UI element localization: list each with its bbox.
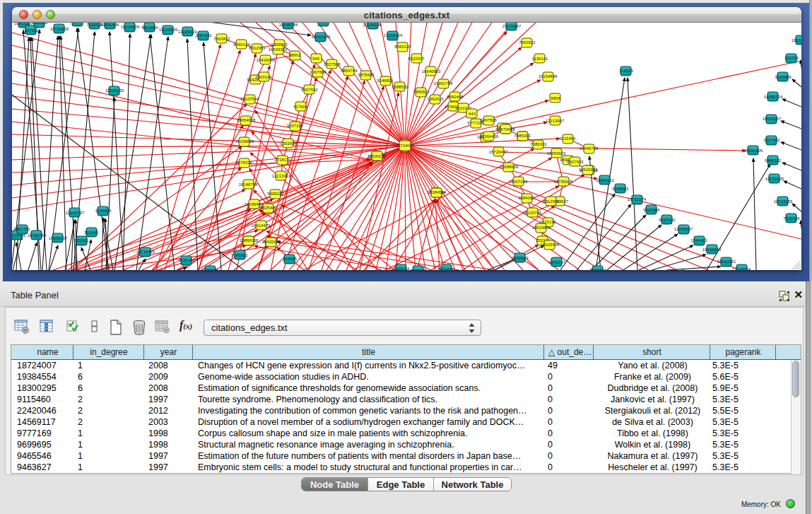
svg-text:643: 643 [469, 112, 476, 116]
svg-text:935061: 935061 [74, 238, 89, 243]
svg-text:5498222: 5498222 [267, 192, 284, 196]
svg-text:10154808: 10154808 [539, 74, 558, 78]
svg-text:126753: 126753 [784, 56, 799, 60]
svg-text:20691406: 20691406 [744, 148, 763, 153]
svg-text:7955812: 7955812 [413, 90, 430, 94]
svg-text:9474444: 9474444 [589, 268, 606, 270]
svg-text:114519: 114519 [619, 69, 633, 73]
svg-text:8813054: 8813054 [141, 25, 158, 30]
svg-text:1244413: 1244413 [690, 238, 707, 243]
svg-text:16713155: 16713155 [68, 23, 87, 23]
svg-text:18300273: 18300273 [367, 154, 387, 158]
svg-text:1733426: 1733426 [201, 268, 218, 270]
svg-text:9857791: 9857791 [13, 227, 30, 231]
svg-text:16210643: 16210643 [702, 247, 722, 252]
svg-text:19654938: 19654938 [237, 118, 256, 122]
svg-text:20691406: 20691406 [100, 23, 119, 27]
svg-text:6466102: 6466102 [31, 23, 48, 25]
svg-text:9245652: 9245652 [231, 253, 248, 257]
svg-text:19218506: 19218506 [159, 28, 178, 32]
svg-text:6497508: 6497508 [480, 118, 497, 122]
svg-text:8471676: 8471676 [437, 267, 454, 270]
svg-text:7515526: 7515526 [783, 216, 800, 221]
svg-text:7485003: 7485003 [514, 134, 531, 138]
svg-text:13716485: 13716485 [136, 250, 155, 254]
svg-text:16648784: 16648784 [279, 23, 298, 27]
svg-text:10654112: 10654112 [596, 178, 615, 182]
svg-text:2087642: 2087642 [195, 33, 212, 37]
svg-text:8660124: 8660124 [394, 45, 411, 49]
svg-text:7632621: 7632621 [410, 269, 427, 270]
svg-text:3684067: 3684067 [518, 196, 535, 200]
svg-text:8912953: 8912953 [249, 46, 266, 50]
svg-text:1527602: 1527602 [763, 138, 780, 142]
svg-text:16914479: 16914479 [252, 223, 271, 228]
svg-text:6466102: 6466102 [765, 158, 782, 163]
svg-text:16640910: 16640910 [422, 69, 441, 74]
svg-text:19384554: 19384554 [428, 190, 447, 194]
svg-text:15720407: 15720407 [489, 150, 508, 154]
svg-text:9146821: 9146821 [377, 78, 394, 83]
svg-text:10653267: 10653267 [763, 117, 782, 121]
svg-text:8912953: 8912953 [543, 199, 560, 204]
svg-text:12093837: 12093837 [674, 227, 693, 231]
svg-text:16543362: 16543362 [579, 168, 598, 172]
svg-text:2935114: 2935114 [394, 267, 411, 270]
svg-text:1362615: 1362615 [427, 97, 444, 101]
svg-text:12213967: 12213967 [546, 119, 565, 123]
svg-text:391540: 391540 [84, 230, 99, 235]
svg-text:17359924: 17359924 [384, 33, 403, 37]
svg-text:1156829: 1156829 [95, 209, 112, 213]
svg-text:20364436: 20364436 [480, 134, 499, 139]
svg-text:7386322: 7386322 [530, 142, 547, 146]
svg-text:1527602: 1527602 [22, 28, 39, 33]
svg-text:20206536: 20206536 [363, 23, 382, 27]
svg-text:10688609: 10688609 [500, 165, 519, 169]
svg-text:8990448: 8990448 [447, 95, 464, 99]
svg-text:20053346: 20053346 [312, 35, 331, 39]
svg-text:10756928: 10756928 [554, 180, 573, 184]
svg-text:15524851: 15524851 [532, 226, 551, 230]
svg-text:9227342: 9227342 [659, 218, 676, 222]
svg-text:7857224: 7857224 [314, 23, 331, 23]
svg-text:8454749: 8454749 [341, 69, 358, 73]
svg-text:16713155: 16713155 [774, 199, 793, 204]
svg-text:19654923: 19654923 [547, 151, 566, 156]
svg-text:7625402: 7625402 [260, 206, 277, 210]
svg-text:3267110: 3267110 [287, 124, 304, 128]
svg-text:9327508: 9327508 [324, 62, 341, 66]
svg-text:16046798: 16046798 [239, 182, 258, 187]
svg-text:8427552: 8427552 [301, 88, 318, 92]
svg-text:15692951: 15692951 [717, 259, 736, 264]
svg-text:16782759: 16782759 [28, 233, 47, 238]
svg-text:8322037: 8322037 [408, 57, 425, 61]
svg-text:417006: 417006 [293, 105, 308, 109]
svg-text:7663822: 7663822 [213, 37, 230, 41]
svg-text:8660124: 8660124 [233, 42, 250, 47]
svg-text:12213319: 12213319 [272, 174, 291, 178]
svg-text:98901: 98901 [289, 53, 301, 57]
svg-text:1588520: 1588520 [392, 85, 408, 89]
svg-text:1353594: 1353594 [280, 141, 297, 146]
svg-text:16120746: 16120746 [523, 211, 542, 215]
svg-text:10719135: 10719135 [50, 27, 69, 31]
svg-text:16033809: 16033809 [121, 25, 140, 29]
svg-text:12505135: 12505135 [105, 88, 124, 93]
svg-text:9245652: 9245652 [612, 187, 629, 191]
svg-text:18724007: 18724007 [396, 144, 415, 148]
svg-text:9327503: 9327503 [567, 160, 584, 164]
svg-text:98901: 98901 [243, 238, 255, 243]
svg-text:8938923: 8938923 [512, 256, 529, 260]
svg-text:10958107: 10958107 [49, 236, 68, 240]
svg-text:10025438: 10025438 [541, 243, 560, 247]
svg-text:2367608: 2367608 [310, 70, 326, 74]
svg-text:13325419: 13325419 [178, 30, 197, 34]
svg-text:10973403: 10973403 [496, 127, 515, 132]
svg-text:10719135: 10719135 [765, 177, 784, 181]
svg-text:15751074: 15751074 [628, 197, 647, 201]
svg-text:6479197: 6479197 [548, 260, 565, 264]
svg-text:1136141: 1136141 [532, 57, 549, 61]
svg-text:17016504: 17016504 [732, 267, 751, 270]
svg-text:3875685: 3875685 [358, 73, 375, 77]
svg-text:9115460: 9115460 [560, 136, 577, 141]
